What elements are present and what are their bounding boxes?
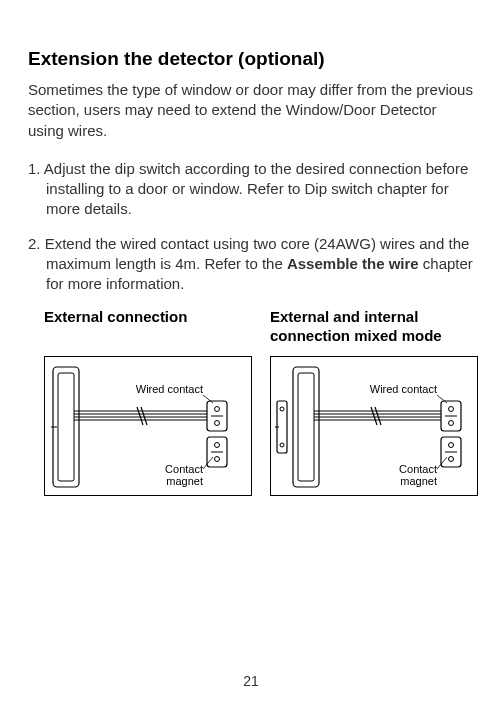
diagrams-row: External connection bbox=[28, 308, 474, 496]
label-wired-right: Wired contact bbox=[370, 383, 437, 395]
step-2: 2. Extend the wired contact using two co… bbox=[28, 234, 474, 295]
step-1: 1. Adjust the dip switch according to th… bbox=[28, 159, 474, 220]
diagram-heading-left: External connection bbox=[44, 308, 252, 348]
label-magnet-right-2: magnet bbox=[400, 475, 437, 487]
label-wired-left: Wired contact bbox=[136, 383, 203, 395]
svg-point-14 bbox=[215, 443, 220, 448]
intro-paragraph: Sometimes the type of window or door may… bbox=[28, 80, 474, 141]
svg-point-11 bbox=[215, 421, 220, 426]
svg-rect-1 bbox=[58, 373, 74, 481]
svg-point-32 bbox=[449, 407, 454, 412]
svg-point-10 bbox=[215, 407, 220, 412]
section-title: Extension the detector (optional) bbox=[28, 48, 474, 70]
svg-rect-24 bbox=[298, 373, 314, 481]
diagram-col-right: External and internal connection mixed m… bbox=[270, 308, 478, 496]
diagram-heading-right: External and internal connection mixed m… bbox=[270, 308, 478, 348]
label-magnet-left-1: Contact bbox=[165, 463, 203, 475]
svg-point-20 bbox=[280, 407, 284, 411]
label-magnet-right-1: Contact bbox=[399, 463, 437, 475]
svg-point-36 bbox=[449, 443, 454, 448]
svg-rect-23 bbox=[293, 367, 319, 487]
page-number: 21 bbox=[0, 673, 502, 689]
svg-point-15 bbox=[215, 457, 220, 462]
diagram-col-left: External connection bbox=[44, 308, 252, 496]
label-magnet-left-2: magnet bbox=[166, 475, 203, 487]
diagram-external-connection: Wired contact Contact magnet bbox=[44, 356, 252, 496]
svg-point-33 bbox=[449, 421, 454, 426]
svg-point-21 bbox=[280, 443, 284, 447]
diagram-mixed-mode: Wired contact Contact magnet bbox=[270, 356, 478, 496]
step-2-bold: Assemble the wire bbox=[287, 255, 419, 272]
svg-point-37 bbox=[449, 457, 454, 462]
